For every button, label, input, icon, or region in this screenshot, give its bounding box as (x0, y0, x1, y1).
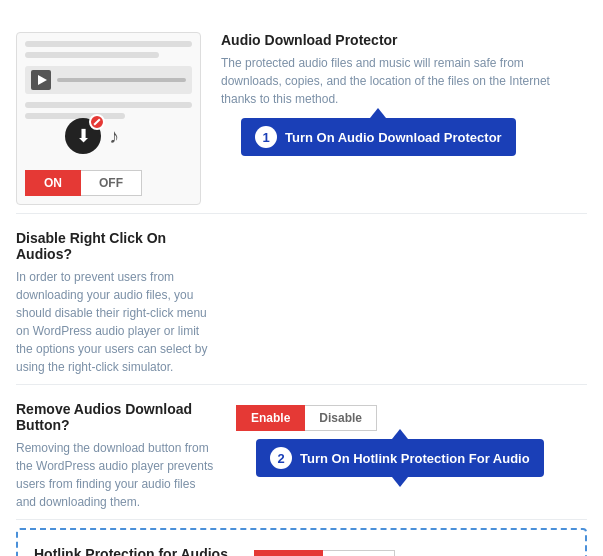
hotlink-left: Hotlink Protection for Audios The featur… (34, 546, 234, 556)
callout-2-number: 2 (270, 447, 292, 469)
preview-lines-bottom (25, 102, 192, 119)
hotlink-protection-section: Hotlink Protection for Audios The featur… (16, 528, 587, 556)
preview-lines-top (25, 41, 192, 58)
remove-download-disable-button[interactable]: Disable (305, 405, 377, 431)
play-button (31, 70, 51, 90)
callout-2-arrow-down (392, 477, 408, 487)
callout-2-arrow-up (392, 429, 408, 439)
toggle-on-button[interactable]: ON (25, 170, 81, 196)
toggle-off-button[interactable]: OFF (81, 170, 142, 196)
hotlink-enable-button[interactable]: Enable (254, 550, 323, 556)
no-symbol-icon (89, 114, 105, 130)
callout-2-text: Turn On Hotlink Protection For Audio (300, 451, 530, 466)
remove-download-toggle[interactable]: Enable Disable (236, 405, 587, 431)
remove-download-right: Enable Disable 2 Turn On Hotlink Protect… (216, 401, 587, 439)
preview-player (25, 66, 192, 94)
callout-1-text: Turn On Audio Download Protector (285, 130, 502, 145)
disable-right-click-desc: In order to prevent users from downloadi… (16, 268, 216, 376)
preview-line (25, 41, 192, 47)
no-bar (93, 118, 100, 125)
audio-download-protector-section: ⬇ ♪ ON OFF Audio Download Protector The … (16, 16, 587, 214)
remove-download-desc: Removing the download button from the Wo… (16, 439, 216, 511)
callout-1: 1 Turn On Audio Download Protector (241, 118, 516, 156)
disable-right-click-section: Disable Right Click On Audios? In order … (16, 214, 587, 385)
remove-download-title: Remove Audios Download Button? (16, 401, 216, 433)
hotlink-right: Enable Disable (234, 546, 569, 556)
remove-download-left: Remove Audios Download Button? Removing … (16, 401, 216, 511)
download-arrow-icon: ⬇ (76, 125, 91, 147)
audio-download-protector-desc: The protected audio files and music will… (221, 54, 587, 108)
hotlink-toggle[interactable]: Enable Disable (254, 550, 569, 556)
music-note-icon: ♪ (109, 125, 119, 148)
preview-line (25, 52, 159, 58)
disable-right-click-title: Disable Right Click On Audios? (16, 230, 216, 262)
hotlink-title: Hotlink Protection for Audios (34, 546, 234, 556)
callout-2: 2 Turn On Hotlink Protection For Audio (256, 439, 544, 477)
audio-preview-box: ⬇ ♪ ON OFF (16, 32, 201, 205)
callout-1-number: 1 (255, 126, 277, 148)
on-off-toggle[interactable]: ON OFF (25, 170, 192, 196)
remove-download-button-section: Remove Audios Download Button? Removing … (16, 385, 587, 520)
download-block-icon: ⬇ (65, 118, 101, 154)
disable-right-click-content: Disable Right Click On Audios? In order … (16, 230, 216, 376)
callout-1-arrow-up (370, 108, 386, 118)
player-progress-bar (57, 78, 186, 82)
play-icon (38, 75, 47, 85)
preview-line (25, 102, 192, 108)
hotlink-disable-button[interactable]: Disable (323, 550, 395, 556)
audio-download-protector-title: Audio Download Protector (221, 32, 587, 48)
remove-download-enable-button[interactable]: Enable (236, 405, 305, 431)
